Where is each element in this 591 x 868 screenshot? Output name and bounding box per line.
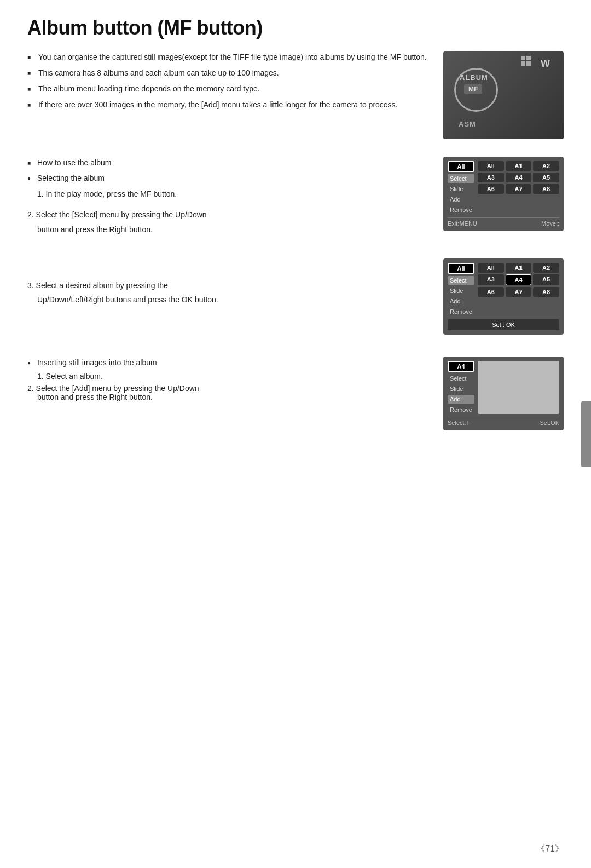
- panel2-a1: A1: [506, 263, 532, 273]
- how-to-section: How to use the album Selecting the album…: [27, 157, 564, 335]
- panel3-footer: Select:T Set:OK: [448, 417, 559, 426]
- camera-image: W ALBUM MF ASM: [443, 51, 564, 139]
- camera-asm-label: ASM: [459, 120, 476, 128]
- insert-step2-text: 2. Select the [Add] menu by pressing the…: [27, 384, 199, 393]
- album-panel-3: A4 Select Slide Add Remove Select:T Set:…: [443, 357, 564, 430]
- panel2-add: Add: [448, 297, 474, 306]
- insert-step2: 2. Select the [Add] menu by pressing the…: [27, 384, 427, 401]
- step2-cont: button and press the Right button.: [37, 223, 427, 235]
- panel1-footer: Exit:MENU Move :: [448, 217, 559, 227]
- panel2-a4-highlight: A4: [506, 274, 532, 285]
- a4-badge: A4: [448, 361, 474, 372]
- how-to-panels: All Select Slide Add Remove All A1 A2: [443, 157, 564, 335]
- panel2-footer-bar: Set : OK: [448, 319, 559, 330]
- panel2-a8: A8: [533, 287, 559, 297]
- panel1-a8: A8: [533, 184, 559, 194]
- camera-icon-grid: [521, 56, 531, 66]
- insert-header: Inserting still images into the album: [27, 357, 427, 369]
- right-tab: [581, 401, 591, 467]
- panel3-remove: Remove: [448, 405, 474, 414]
- bullet-1: You can organise the captured still imag…: [27, 51, 427, 63]
- how-to-list: How to use the album Selecting the album: [27, 157, 427, 185]
- panel2-a7: A7: [506, 287, 532, 297]
- page-number: 《71》: [536, 843, 564, 855]
- panel1-a2: A2: [533, 161, 559, 171]
- panel2-all-btn: All: [478, 263, 504, 273]
- all-badge-2: All: [448, 263, 474, 274]
- panel2-a6: A6: [478, 287, 504, 297]
- panel3-select-t: Select:T: [448, 419, 470, 426]
- panel2-menu: Select Slide Add Remove: [448, 276, 474, 316]
- panel1-slide: Slide: [448, 185, 474, 193]
- all-badge-1: All: [448, 161, 474, 172]
- panel1-menu: Select Slide Add Remove: [448, 174, 474, 214]
- panel1-a7: A7: [506, 184, 532, 194]
- album-panel-1: All Select Slide Add Remove All A1 A2: [443, 157, 564, 231]
- panel2-a2: A2: [533, 263, 559, 273]
- insert-step2-cont: button and press the Right button.: [37, 393, 153, 401]
- panel1-exit: Exit:MENU: [448, 220, 477, 227]
- panel3-menu: Select Slide Add Remove: [448, 374, 474, 414]
- panel1-all-btn: All: [478, 161, 504, 171]
- panel2-select: Select: [448, 276, 474, 285]
- panel1-a5: A5: [533, 173, 559, 182]
- camera-w-label: W: [541, 58, 550, 70]
- bullet-3: The album menu loading time depends on t…: [27, 83, 427, 95]
- camera-album-label: ALBUM: [460, 73, 488, 82]
- camera-mf-label: MF: [464, 84, 482, 94]
- step3-text: 3. Select a desired album by pressing th…: [27, 279, 427, 291]
- insert-step1: 1. Select an album.: [37, 372, 427, 381]
- panel1-add: Add: [448, 195, 474, 204]
- panel3-add: Add: [448, 395, 474, 404]
- panel2-a3: A3: [478, 274, 504, 285]
- step1: 1. In the play mode, press the MF button…: [37, 188, 427, 200]
- step2-block: 2. Select the [Select] menu by pressing …: [27, 209, 427, 235]
- panel1-a3: A3: [478, 173, 504, 182]
- selecting-header: Selecting the album: [27, 172, 427, 184]
- step3-block: 3. Select a desired album by pressing th…: [27, 279, 427, 306]
- panel3-slide: Slide: [448, 384, 474, 393]
- panel1-move: Move :: [541, 220, 559, 227]
- step2-text: 2. Select the [Select] menu by pressing …: [27, 209, 427, 221]
- bullet-2: This camera has 8 albums and each album …: [27, 67, 427, 79]
- step3-cont: Up/Down/Left/Right buttons and press the…: [37, 294, 427, 306]
- panel1-remove: Remove: [448, 205, 474, 214]
- insert-list: Inserting still images into the album: [27, 357, 427, 369]
- page-title: Album button (MF button): [27, 16, 564, 39]
- panel3-select: Select: [448, 374, 474, 383]
- panel3-set-ok: Set:OK: [540, 419, 559, 426]
- panel1-a6: A6: [478, 184, 504, 194]
- panel2-a5: A5: [533, 274, 559, 285]
- insert-text: Inserting still images into the album 1.…: [27, 357, 427, 401]
- panel3-wrapper: A4 Select Slide Add Remove Select:T Set:…: [443, 357, 564, 430]
- panel2-slide: Slide: [448, 286, 474, 295]
- bullet-4: If there are over 300 images in the memo…: [27, 99, 427, 111]
- insert-preview: [478, 361, 559, 414]
- panel1-a4: A4: [506, 173, 532, 182]
- main-bullet-list: You can organise the captured still imag…: [27, 51, 427, 111]
- panel1-select: Select: [448, 174, 474, 183]
- panel2-remove: Remove: [448, 307, 474, 316]
- insert-section: Inserting still images into the album 1.…: [27, 357, 564, 430]
- album-panel-2: All Select Slide Add Remove All A1 A2: [443, 258, 564, 335]
- how-to-header: How to use the album: [27, 157, 427, 169]
- panel1-a1: A1: [506, 161, 532, 171]
